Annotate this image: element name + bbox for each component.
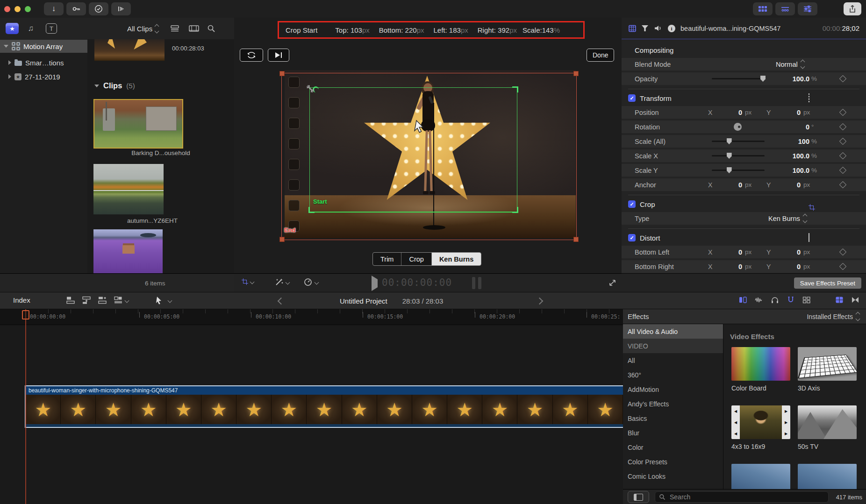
audio-waveform-icon[interactable] [754,296,764,304]
swap-start-end-button[interactable] [240,49,263,62]
effects-search-field[interactable] [655,491,829,503]
sidebar-item-motion-array[interactable]: ★★★★ Motion Array [0,40,87,53]
slider-thumb[interactable] [727,153,732,159]
clip-appearance-icon[interactable] [738,296,748,304]
sidebar-item-smart-collections[interactable]: Smar…tions [0,56,87,69]
project-name[interactable]: Untitled Project [340,297,387,305]
headphones-icon[interactable] [770,296,780,304]
color-inspector-icon[interactable] [642,25,648,31]
timeline-clip[interactable]: beautiful-woman-singer-with-microphone-s… [26,386,623,427]
connect-edit-icon[interactable] [65,296,76,305]
effect-thumbnail-partial[interactable] [731,464,790,489]
transform-checkbox[interactable]: ✓ [628,94,636,102]
enhancements-dropdown[interactable] [274,277,289,287]
keyframe-diamond-icon[interactable] [839,75,847,83]
grid-view-icon[interactable] [802,296,811,304]
video-inspector-icon[interactable] [628,25,637,32]
keyframe-diamond-icon[interactable] [839,167,847,174]
search-input[interactable] [669,493,811,501]
category-color-presets[interactable]: Color Presets [623,454,723,469]
effect-color-board[interactable] [731,347,790,381]
opacity-slider[interactable] [712,78,765,79]
show-browser-button[interactable] [753,2,773,15]
effect-thumbnail-partial[interactable] [798,464,857,489]
ken-burns-start-rect[interactable]: Start [309,87,517,213]
rotation-dial[interactable] [734,123,742,131]
fullscreen-expand-icon[interactable] [608,278,617,287]
clip-filter-dropdown[interactable]: All Clips [127,25,158,33]
done-button[interactable]: Done [587,49,614,62]
rotation-value[interactable]: 0 [770,123,809,131]
voice-command-button[interactable] [111,2,131,15]
zoom-window-button[interactable] [25,6,31,12]
slider-thumb[interactable] [727,167,732,173]
snapping-icon[interactable] [786,296,795,304]
sidebar-tab-photos-audio[interactable]: ♫ [24,23,37,34]
previous-project-button[interactable] [278,298,285,305]
tab-crop[interactable]: Crop [401,253,431,265]
keyframe-diamond-icon[interactable] [839,138,847,145]
installed-effects-dropdown[interactable]: Installed Effects [807,312,859,320]
retime-dropdown[interactable] [303,277,318,287]
bottom-right-y-field[interactable]: 0 [776,263,801,270]
overwrite-edit-dropdown[interactable] [113,296,129,305]
minimize-window-button[interactable] [14,6,21,12]
disclosure-down-icon[interactable] [4,45,8,48]
show-inspector-button[interactable] [798,2,817,15]
append-edit-icon[interactable] [97,296,107,305]
slider-thumb[interactable] [727,138,732,144]
clip-thumbnail-partial[interactable] [94,39,165,61]
play-button[interactable] [372,279,378,288]
scale-all-value[interactable]: 100 [770,138,809,145]
keyframe-diamond-icon[interactable] [839,109,847,116]
start-handle[interactable] [512,207,518,213]
keyframe-diamond-icon[interactable] [839,181,847,189]
info-inspector-icon[interactable]: i [668,25,675,32]
sidebar-tab-library[interactable]: ★ [6,23,19,34]
category-video-group[interactable]: VIDEO [623,339,723,353]
category-all[interactable]: All [623,353,723,368]
tab-ken-burns[interactable]: Ken Burns [432,253,481,265]
tab-trim[interactable]: Trim [373,253,401,265]
category-comic-looks[interactable]: Comic Looks [623,469,723,483]
bottom-right-x-field[interactable]: 0 [718,263,742,270]
keyframe-diamond-icon[interactable] [839,248,847,256]
bottom-left-x-field[interactable]: 0 [718,248,742,256]
scale-x-value[interactable]: 100.0 [770,152,809,160]
sidebar-toggle-button[interactable] [628,491,649,503]
playhead-marker[interactable] [22,310,29,319]
audio-meter[interactable] [472,277,475,289]
filmstrip-view-button[interactable] [188,24,200,33]
anchor-y-field[interactable]: 0 [776,181,801,189]
category-360[interactable]: 360° [623,368,723,382]
clip-thumbnail-barking[interactable] [93,99,183,149]
slider-thumb[interactable] [760,76,766,82]
keyframe-diamond-icon[interactable] [839,123,847,131]
category-basics[interactable]: Basics [623,411,723,426]
timeline-ruler[interactable]: 00:00:00:00 00:00:05:00 00:00:10:00 00:0… [0,309,623,325]
next-project-button[interactable] [536,298,544,305]
category-andys-effects[interactable]: Andy’s Effects [623,397,723,411]
position-y-field[interactable]: 0 [776,109,801,116]
audio-inspector-icon[interactable] [653,24,663,32]
timeline-pane[interactable]: 00:00:00:00 00:00:05:00 00:00:10:00 00:0… [0,309,623,504]
disclosure-right-icon[interactable] [8,60,11,65]
list-view-button[interactable] [170,24,180,33]
start-handle[interactable] [308,207,315,213]
tool-selector[interactable] [155,296,172,305]
end-handle[interactable] [279,237,285,242]
blend-mode-dropdown[interactable]: Normal [776,60,804,68]
category-color[interactable]: Color [623,440,723,454]
end-handle[interactable] [573,237,579,242]
scale-y-slider[interactable] [712,170,765,171]
distort-tool-icon[interactable] [809,234,809,242]
keyframe-diamond-icon[interactable] [839,152,847,160]
bottom-left-y-field[interactable]: 0 [776,248,801,256]
share-button[interactable] [844,2,861,15]
clips-section-header[interactable]: Clips (5) [94,81,135,90]
preview-playback-button[interactable] [268,49,289,62]
keyframe-diamond-icon[interactable] [839,263,847,270]
disclosure-right-icon[interactable] [8,74,11,79]
crop-checkbox[interactable]: ✓ [628,200,636,208]
effect-50s-tv[interactable] [798,405,857,439]
